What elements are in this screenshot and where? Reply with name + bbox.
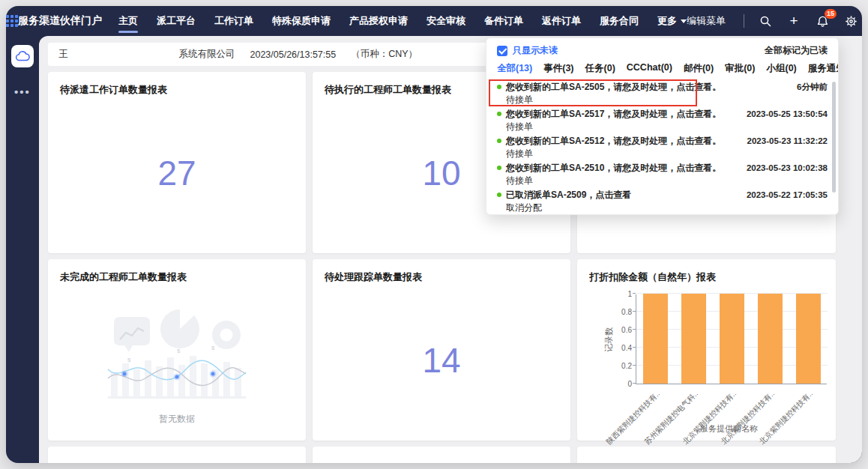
top-navbar: 服务渠道伙伴门户 主页派工平台工作订单特殊保质申请产品授权申请安全审核备件订单返… — [6, 6, 862, 36]
notification-text: 您收到新的工单SA-2505，请您及时处理，点击查看。 — [506, 81, 797, 93]
notif-list: 您收到新的工单SA-2505，请您及时处理，点击查看。6分钟前待接单您收到新的工… — [486, 79, 838, 214]
nav-item-label: 备件订单 — [484, 14, 523, 28]
notif-tab[interactable]: 邮件(0) — [684, 62, 714, 75]
notification-time: 6分钟前 — [797, 81, 828, 93]
empty-state: $ $ $ 暂无数据 — [48, 285, 306, 441]
bar — [720, 294, 745, 384]
svg-text:$: $ — [177, 348, 181, 354]
notif-tab[interactable]: 服务通知(10) — [808, 62, 839, 75]
y-tick-label: 0 — [609, 380, 632, 388]
nav-item[interactable]: 主页 — [118, 6, 138, 37]
card-unfinished-engineer-report: 未完成的工程师工单数量报表 — [48, 259, 306, 441]
nav-item[interactable]: 派工平台 — [157, 6, 196, 37]
notification-item[interactable]: 您收到新的工单SA-2512，请您及时处理，点击查看。2023-05-23 11… — [486, 133, 838, 160]
unread-dot-icon — [497, 139, 501, 143]
unread-dot-icon — [497, 193, 501, 197]
nav-item-label: 服务合同 — [600, 14, 639, 28]
bar — [643, 294, 669, 384]
nav-item-label: 安全审核 — [427, 14, 465, 28]
chart-x-axis-label: 服务提供商名称 — [622, 423, 836, 435]
nav-item[interactable]: 特殊保质申请 — [272, 6, 331, 37]
bar — [758, 294, 783, 384]
user-name: 王 — [58, 48, 68, 61]
notification-text: 您收到新的工单SA-2517，请您及时处理，点击查看。 — [506, 108, 747, 120]
card-pending-dispatch-report: 待派遣工作订单数量报表 27 — [48, 72, 306, 253]
notif-tab[interactable]: 任务(0) — [585, 62, 615, 75]
notification-status: 取消分配 — [506, 202, 828, 213]
card-partial — [48, 447, 306, 463]
nav-item[interactable]: 备件订单 — [484, 6, 523, 37]
metric-value: 27 — [48, 93, 306, 253]
nav-item[interactable]: 服务合同 — [600, 6, 639, 37]
cloud-app-button[interactable] — [11, 45, 34, 67]
redacted-name — [68, 49, 179, 60]
sidebar-more-icon[interactable]: ••• — [14, 85, 31, 98]
unread-dot-icon — [497, 166, 501, 170]
login-datetime: 2023/05/26/13:57:55 — [250, 49, 337, 60]
notification-item[interactable]: 您收到新的工单SA-2510，请您及时处理，点击查看。2023-05-23 10… — [486, 160, 838, 187]
nav-menu: 主页派工平台工作订单特殊保质申请产品授权申请安全审核备件订单返件订单服务合同更多 — [118, 6, 687, 37]
svg-text:$: $ — [127, 357, 131, 363]
grid-dots-icon — [6, 15, 18, 27]
nav-item-label: 工作订单 — [214, 14, 253, 28]
notification-text: 您收到新的工单SA-2512，请您及时处理，点击查看。 — [506, 135, 747, 147]
unread-only-checkbox[interactable] — [497, 46, 507, 56]
notif-tab[interactable]: 审批(0) — [725, 62, 755, 75]
y-tick-label: 0.8 — [609, 308, 632, 316]
nav-item-label: 产品授权申请 — [349, 14, 408, 28]
nav-item-label: 返件订单 — [542, 14, 581, 28]
company-name: 系统有限公司 — [179, 48, 235, 61]
cloud-icon — [15, 50, 30, 62]
nav-item[interactable]: 更多 — [657, 6, 687, 37]
notif-tabs: 全部(13)事件(3)任务(0)CCChat(0)邮件(0)审批(0)小组(0)… — [486, 57, 838, 79]
mark-all-read-button[interactable]: 全部标记为已读 — [765, 44, 828, 57]
add-icon[interactable]: + — [786, 13, 801, 28]
notification-time: 2023-05-22 17:05:35 — [747, 189, 828, 201]
panel-scrollbar[interactable] — [832, 82, 836, 193]
settings-gear-icon[interactable] — [843, 13, 858, 28]
card-partial — [577, 447, 836, 463]
y-tick-label: 0.4 — [609, 344, 632, 352]
notification-item[interactable]: 您收到新的工单SA-2505，请您及时处理，点击查看。6分钟前待接单 — [486, 79, 838, 106]
notification-status: 待接单 — [506, 175, 828, 186]
notifications-header: 只显示未读 全部标记为已读 — [486, 38, 838, 57]
nav-item-label: 派工平台 — [157, 14, 196, 28]
portal-title: 服务渠道伙伴门户 — [18, 14, 102, 28]
empty-charts-illustration: $ $ $ — [102, 300, 252, 405]
y-tick-label: 0.6 — [609, 326, 632, 334]
nav-right: 编辑菜单 + 15 ? — [687, 13, 862, 29]
notification-time: 2023-05-25 13:50:54 — [747, 108, 828, 120]
notification-badge: 15 — [825, 9, 837, 19]
notification-time: 2023-05-23 11:32:22 — [747, 135, 828, 147]
nav-item[interactable]: 产品授权申请 — [349, 6, 408, 37]
notification-text: 已取消派单SA-2509，点击查看 — [506, 189, 747, 201]
notif-tab[interactable]: 全部(13) — [497, 62, 532, 75]
card-title: 未完成的工程师工单数量报表 — [48, 259, 306, 284]
bar — [796, 294, 822, 384]
notif-tab[interactable]: 事件(3) — [543, 62, 573, 75]
nav-item-label: 更多 — [657, 14, 677, 28]
chevron-down-icon — [681, 19, 687, 23]
app-launcher-button[interactable] — [6, 15, 18, 27]
search-icon[interactable] — [758, 13, 773, 28]
notif-tab[interactable]: 小组(0) — [766, 62, 796, 75]
notification-status: 待接单 — [506, 121, 828, 132]
metric-value: 14 — [313, 280, 570, 441]
bar — [681, 294, 707, 384]
notification-item[interactable]: 已取消派单SA-2509，点击查看2023-05-22 17:05:35取消分配 — [486, 187, 838, 214]
nav-item-label: 特殊保质申请 — [272, 14, 331, 28]
card-title: 打折扣除金额（自然年）报表 — [577, 259, 836, 284]
edit-menu-button[interactable]: 编辑菜单 — [687, 14, 726, 28]
app-window: 服务渠道伙伴门户 主页派工平台工作订单特殊保质申请产品授权申请安全审核备件订单返… — [6, 6, 862, 463]
notification-item[interactable]: 您收到新的工单SA-2517，请您及时处理，点击查看。2023-05-25 13… — [486, 106, 838, 133]
unread-dot-icon — [497, 85, 501, 89]
left-sidebar: ••• — [6, 36, 39, 463]
y-tick-label: 0.2 — [609, 362, 632, 370]
unread-dot-icon — [497, 112, 501, 116]
nav-item[interactable]: 返件订单 — [542, 6, 581, 37]
nav-item[interactable]: 工作订单 — [214, 6, 253, 37]
nav-divider — [744, 14, 744, 28]
notifications-bell-icon[interactable]: 15 — [815, 13, 830, 28]
nav-item[interactable]: 安全审核 — [427, 6, 465, 37]
notif-tab[interactable]: CCChat(0) — [627, 62, 672, 75]
